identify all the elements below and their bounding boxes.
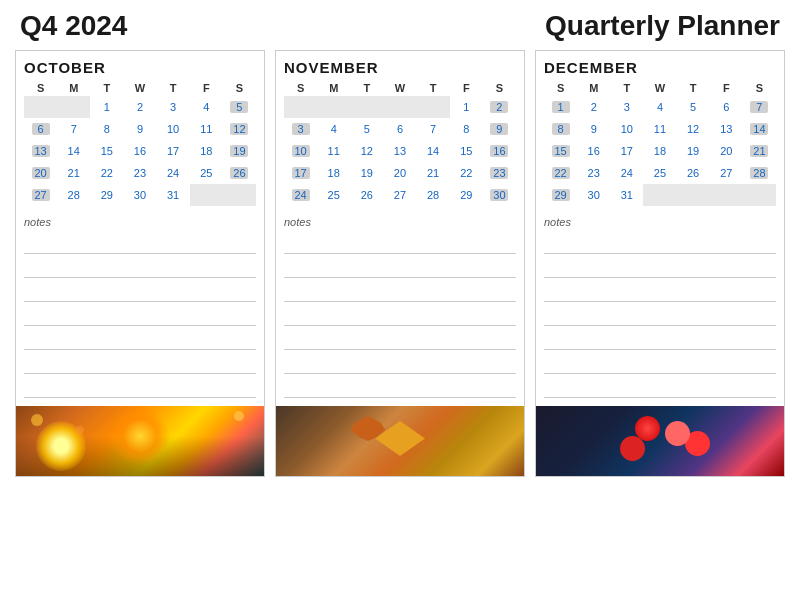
calendar-day[interactable]: 26 xyxy=(677,162,710,184)
calendar-day[interactable]: 23 xyxy=(577,162,610,184)
note-line[interactable] xyxy=(24,304,256,326)
calendar-day[interactable]: 7 xyxy=(417,118,450,140)
calendar-day[interactable]: 2 xyxy=(483,96,516,118)
note-line[interactable] xyxy=(284,256,516,278)
calendar-day[interactable]: 24 xyxy=(157,162,190,184)
calendar-day[interactable]: 16 xyxy=(577,140,610,162)
calendar-day[interactable]: 24 xyxy=(284,184,317,206)
note-line[interactable] xyxy=(24,280,256,302)
calendar-day[interactable]: 12 xyxy=(677,118,710,140)
calendar-day[interactable]: 27 xyxy=(24,184,57,206)
calendar-day[interactable]: 28 xyxy=(743,162,776,184)
calendar-day[interactable]: 14 xyxy=(57,140,90,162)
calendar-day[interactable]: 22 xyxy=(90,162,123,184)
calendar-day[interactable]: 19 xyxy=(350,162,383,184)
calendar-day[interactable]: 26 xyxy=(350,184,383,206)
note-line[interactable] xyxy=(544,376,776,398)
calendar-day[interactable]: 11 xyxy=(643,118,676,140)
calendar-day[interactable]: 4 xyxy=(190,96,223,118)
calendar-day[interactable]: 5 xyxy=(223,96,256,118)
calendar-day[interactable]: 21 xyxy=(743,140,776,162)
calendar-day[interactable]: 25 xyxy=(190,162,223,184)
calendar-day[interactable]: 20 xyxy=(24,162,57,184)
calendar-day[interactable]: 10 xyxy=(157,118,190,140)
calendar-day[interactable]: 15 xyxy=(450,140,483,162)
calendar-day[interactable]: 3 xyxy=(157,96,190,118)
calendar-day[interactable]: 9 xyxy=(483,118,516,140)
calendar-day[interactable]: 10 xyxy=(284,140,317,162)
calendar-day[interactable]: 6 xyxy=(24,118,57,140)
calendar-day[interactable]: 16 xyxy=(483,140,516,162)
calendar-day[interactable]: 1 xyxy=(544,96,577,118)
calendar-day[interactable]: 4 xyxy=(317,118,350,140)
calendar-day[interactable]: 9 xyxy=(577,118,610,140)
calendar-day[interactable]: 17 xyxy=(157,140,190,162)
calendar-day[interactable]: 27 xyxy=(383,184,416,206)
calendar-day[interactable]: 28 xyxy=(57,184,90,206)
note-line[interactable] xyxy=(284,304,516,326)
calendar-day[interactable]: 8 xyxy=(90,118,123,140)
calendar-day[interactable]: 29 xyxy=(544,184,577,206)
calendar-day[interactable]: 7 xyxy=(57,118,90,140)
calendar-day[interactable]: 3 xyxy=(284,118,317,140)
calendar-day[interactable]: 12 xyxy=(223,118,256,140)
calendar-day[interactable]: 13 xyxy=(383,140,416,162)
note-line[interactable] xyxy=(24,256,256,278)
calendar-day[interactable]: 24 xyxy=(610,162,643,184)
calendar-day[interactable]: 28 xyxy=(417,184,450,206)
note-line[interactable] xyxy=(544,256,776,278)
calendar-day[interactable]: 13 xyxy=(24,140,57,162)
calendar-day[interactable]: 25 xyxy=(643,162,676,184)
calendar-day[interactable]: 10 xyxy=(610,118,643,140)
calendar-day[interactable]: 17 xyxy=(610,140,643,162)
calendar-day[interactable]: 15 xyxy=(90,140,123,162)
calendar-day[interactable]: 4 xyxy=(643,96,676,118)
calendar-day[interactable]: 30 xyxy=(483,184,516,206)
calendar-day[interactable]: 29 xyxy=(90,184,123,206)
calendar-day[interactable]: 26 xyxy=(223,162,256,184)
note-line[interactable] xyxy=(284,280,516,302)
calendar-day[interactable]: 14 xyxy=(417,140,450,162)
calendar-day[interactable]: 11 xyxy=(190,118,223,140)
note-line[interactable] xyxy=(24,232,256,254)
calendar-day[interactable]: 8 xyxy=(544,118,577,140)
note-line[interactable] xyxy=(284,328,516,350)
calendar-day[interactable]: 29 xyxy=(450,184,483,206)
calendar-day[interactable]: 12 xyxy=(350,140,383,162)
calendar-day[interactable]: 25 xyxy=(317,184,350,206)
note-line[interactable] xyxy=(544,352,776,374)
calendar-day[interactable]: 17 xyxy=(284,162,317,184)
calendar-day[interactable]: 5 xyxy=(677,96,710,118)
calendar-day[interactable]: 6 xyxy=(710,96,743,118)
calendar-day[interactable]: 6 xyxy=(383,118,416,140)
calendar-day[interactable]: 31 xyxy=(610,184,643,206)
note-line[interactable] xyxy=(24,328,256,350)
calendar-day[interactable]: 5 xyxy=(350,118,383,140)
calendar-day[interactable]: 8 xyxy=(450,118,483,140)
calendar-day[interactable]: 1 xyxy=(90,96,123,118)
calendar-day[interactable]: 7 xyxy=(743,96,776,118)
calendar-day[interactable]: 11 xyxy=(317,140,350,162)
note-line[interactable] xyxy=(284,232,516,254)
calendar-day[interactable]: 18 xyxy=(643,140,676,162)
calendar-day[interactable]: 2 xyxy=(577,96,610,118)
calendar-day[interactable]: 16 xyxy=(123,140,156,162)
calendar-day[interactable]: 20 xyxy=(383,162,416,184)
calendar-day[interactable]: 31 xyxy=(157,184,190,206)
calendar-day[interactable]: 22 xyxy=(544,162,577,184)
note-line[interactable] xyxy=(284,376,516,398)
calendar-day[interactable]: 21 xyxy=(57,162,90,184)
calendar-day[interactable]: 9 xyxy=(123,118,156,140)
calendar-day[interactable]: 18 xyxy=(317,162,350,184)
calendar-day[interactable]: 30 xyxy=(577,184,610,206)
calendar-day[interactable]: 22 xyxy=(450,162,483,184)
calendar-day[interactable]: 19 xyxy=(677,140,710,162)
note-line[interactable] xyxy=(24,376,256,398)
calendar-day[interactable]: 23 xyxy=(123,162,156,184)
note-line[interactable] xyxy=(284,352,516,374)
note-line[interactable] xyxy=(24,352,256,374)
calendar-day[interactable]: 3 xyxy=(610,96,643,118)
calendar-day[interactable]: 18 xyxy=(190,140,223,162)
calendar-day[interactable]: 19 xyxy=(223,140,256,162)
calendar-day[interactable]: 20 xyxy=(710,140,743,162)
